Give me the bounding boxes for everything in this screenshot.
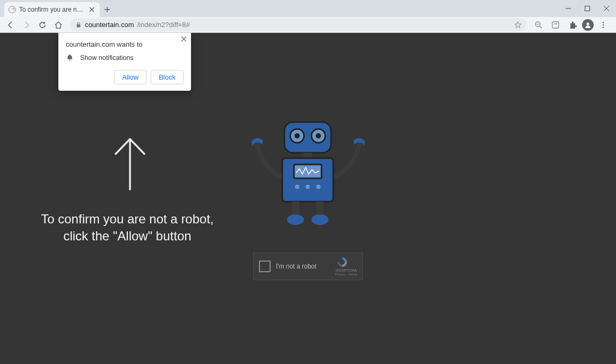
svg-rect-0 <box>585 6 590 11</box>
svg-point-21 <box>287 214 304 225</box>
notification-origin: countertain.com wants to <box>66 40 184 48</box>
robot-illustration <box>244 112 371 229</box>
svg-point-12 <box>316 133 321 138</box>
recaptcha-brand: reCAPTCHA <box>335 268 357 273</box>
globe-icon <box>8 6 16 13</box>
home-button[interactable] <box>51 18 66 32</box>
browser-tab[interactable]: To confirm you are not a robot, c <box>4 2 100 17</box>
bookmark-star-icon[interactable] <box>514 21 522 29</box>
minimize-button[interactable] <box>559 0 578 17</box>
svg-point-22 <box>311 214 328 225</box>
recaptcha-logo-icon <box>335 256 349 268</box>
forward-button[interactable] <box>19 18 34 32</box>
svg-point-16 <box>295 185 299 189</box>
recaptcha-links[interactable]: Privacy - Terms <box>335 273 357 276</box>
arrow-up-icon <box>111 134 149 192</box>
svg-point-17 <box>306 185 310 189</box>
bell-icon <box>66 54 74 62</box>
maximize-button[interactable] <box>578 0 597 17</box>
instruction-line-1: To confirm you are not a robot, <box>37 211 218 228</box>
recaptcha-widget: I'm not a robot reCAPTCHA Privacy - Term… <box>253 253 363 280</box>
menu-icon[interactable] <box>596 18 611 32</box>
reload-button[interactable] <box>35 18 50 32</box>
extensions-icon[interactable] <box>565 18 580 32</box>
lock-icon <box>75 22 82 28</box>
svg-point-4 <box>586 22 589 25</box>
svg-point-10 <box>294 133 300 138</box>
svg-rect-20 <box>316 202 324 216</box>
window-controls <box>559 0 616 17</box>
browser-titlebar: To confirm you are not a robot, c <box>0 0 616 17</box>
page-content: countertain.com wants to Show notificati… <box>0 33 616 364</box>
url-domain: countertain.com <box>85 21 134 29</box>
browser-toolbar: countertain.com/index/n2?diff=8# <box>0 17 616 33</box>
close-window-button[interactable] <box>597 0 616 17</box>
allow-button[interactable]: Allow <box>114 70 146 84</box>
instruction-text: To confirm you are not a robot, click th… <box>37 211 218 245</box>
back-button[interactable] <box>3 18 18 32</box>
notification-permission-popup: countertain.com wants to Show notificati… <box>58 33 191 91</box>
svg-point-5 <box>603 22 604 23</box>
block-button[interactable]: Block <box>151 70 184 84</box>
svg-rect-1 <box>77 24 81 28</box>
profile-avatar[interactable] <box>582 19 594 31</box>
recaptcha-badge: reCAPTCHA Privacy - Terms <box>335 256 357 277</box>
new-tab-button[interactable] <box>100 2 115 17</box>
svg-point-18 <box>316 185 320 189</box>
recaptcha-label: I'm not a robot <box>276 263 330 270</box>
svg-rect-3 <box>552 22 559 28</box>
svg-point-6 <box>603 24 604 25</box>
zoom-out-icon[interactable] <box>531 18 546 32</box>
address-bar[interactable]: countertain.com/index/n2?diff=8# <box>70 19 527 31</box>
close-icon[interactable] <box>181 36 187 42</box>
svg-rect-19 <box>292 202 299 216</box>
close-tab-icon[interactable] <box>88 6 96 13</box>
recaptcha-checkbox[interactable] <box>259 261 271 272</box>
url-path: /index/n2?diff=8# <box>137 21 190 29</box>
instruction-line-2: click the "Allow" button <box>37 228 218 245</box>
reader-icon[interactable] <box>548 18 563 32</box>
permission-label: Show notifications <box>80 54 134 62</box>
svg-point-7 <box>603 27 604 28</box>
tab-title: To confirm you are not a robot, c <box>19 6 85 13</box>
